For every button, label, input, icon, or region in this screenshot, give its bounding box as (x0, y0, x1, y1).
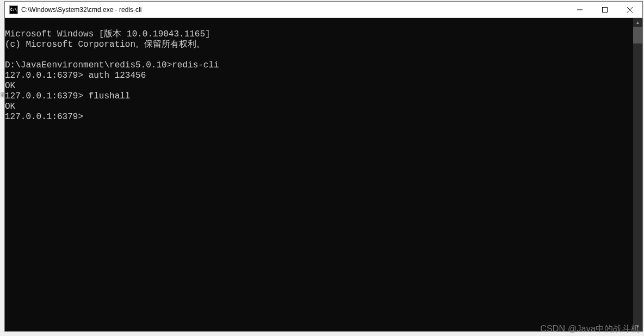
titlebar[interactable]: C:\ C:\Windows\System32\cmd.exe - redis-… (5, 2, 642, 18)
svg-rect-1 (603, 7, 608, 12)
terminal-line: 127.0.0.1:6379> (5, 112, 83, 122)
minimize-icon (577, 7, 583, 13)
terminal-line: 127.0.0.1:6379> flushall (5, 91, 130, 101)
scroll-up-icon[interactable]: ▲ (633, 18, 642, 27)
scroll-thumb[interactable] (633, 27, 642, 43)
minimize-button[interactable] (567, 2, 592, 18)
terminal-output[interactable]: Microsoft Windows [版本 10.0.19043.1165] (… (5, 18, 633, 331)
terminal-line: D:\JavaEenvironment\redis5.0.10>redis-cl… (5, 60, 219, 70)
scroll-down-icon[interactable]: ▼ (633, 322, 642, 331)
terminal-line: (c) Microsoft Corporation。保留所有权利。 (5, 40, 205, 49)
terminal-line: 127.0.0.1:6379> auth 123456 (5, 71, 146, 80)
close-icon (627, 7, 633, 13)
terminal-area: Microsoft Windows [版本 10.0.19043.1165] (… (5, 18, 642, 331)
cmd-window: C:\ C:\Windows\System32\cmd.exe - redis-… (4, 1, 643, 332)
terminal-line: Microsoft Windows [版本 10.0.19043.1165] (5, 29, 210, 39)
vertical-scrollbar[interactable]: ▲ ▼ (633, 18, 642, 331)
cmd-icon: C:\ (9, 5, 18, 14)
maximize-icon (602, 7, 608, 13)
terminal-line: OK (5, 81, 15, 91)
terminal-line: OK (5, 102, 15, 111)
maximize-button[interactable] (592, 2, 617, 18)
close-button[interactable] (617, 2, 642, 18)
edge-noise: 重 (0, 92, 5, 98)
window-title: C:\Windows\System32\cmd.exe - redis-cli (21, 6, 141, 14)
